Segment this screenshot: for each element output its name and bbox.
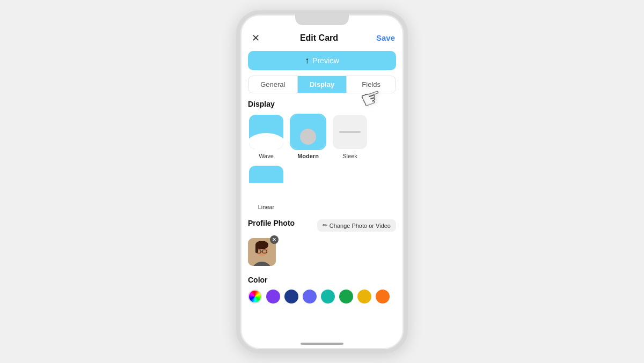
color-section-label: Color <box>248 276 396 284</box>
display-card-grid: Wave Modern Sleek <box>248 114 396 210</box>
close-button[interactable]: ✕ <box>249 32 262 45</box>
modern-label: Modern <box>297 153 319 159</box>
modern-thumb-visual <box>291 115 325 149</box>
linear-thumb-visual <box>249 166 283 200</box>
linear-thumb <box>248 165 284 201</box>
color-swatch-yellow[interactable] <box>357 290 371 303</box>
color-swatch-purple[interactable] <box>266 290 280 303</box>
color-swatch-teal[interactable] <box>321 290 335 303</box>
wave-thumb-visual <box>249 115 283 149</box>
linear-label: Linear <box>258 204 275 210</box>
header: ✕ Edit Card Save <box>240 25 404 49</box>
display-card-modern[interactable]: Modern <box>290 114 326 159</box>
color-section: Color <box>248 276 396 303</box>
pencil-icon: ✏ <box>323 222 327 229</box>
tab-bar: General Display Fields <box>248 76 396 93</box>
modern-thumb <box>290 114 326 150</box>
photo-thumbnail-wrap: ✕ <box>248 238 276 266</box>
preview-label: Preview <box>312 56 339 65</box>
home-indicator <box>301 343 343 345</box>
display-section-label: Display <box>248 100 396 108</box>
display-card-wave[interactable]: Wave <box>248 114 284 159</box>
main-content: Display Wave Modern <box>240 100 404 349</box>
color-swatch-blue-dark[interactable] <box>284 290 298 303</box>
phone-frame: ✕ Edit Card Save ↑ Preview General Displ… <box>236 10 408 353</box>
tab-general[interactable]: General <box>248 76 298 93</box>
color-swatch-list <box>248 290 396 303</box>
wave-label: Wave <box>259 153 274 159</box>
preview-icon: ↑ <box>305 56 309 65</box>
sleek-thumb-visual <box>333 115 367 149</box>
profile-header: Profile Photo ✏ Change Photo or Video <box>248 219 396 233</box>
page-title: Edit Card <box>300 33 338 43</box>
wave-thumb <box>248 114 284 150</box>
color-swatch-rainbow[interactable] <box>248 290 262 303</box>
color-swatch-green[interactable] <box>339 290 353 303</box>
profile-photo-label: Profile Photo <box>248 219 295 227</box>
color-swatch-orange[interactable] <box>376 290 390 303</box>
photo-remove-button[interactable]: ✕ <box>270 235 279 244</box>
tab-display[interactable]: Display <box>298 76 347 93</box>
display-card-sleek[interactable]: Sleek <box>332 114 368 159</box>
change-photo-label: Change Photo or Video <box>330 223 391 229</box>
sleek-label: Sleek <box>342 153 357 159</box>
preview-bar[interactable]: ↑ Preview <box>248 51 396 70</box>
screen: ✕ Edit Card Save ↑ Preview General Displ… <box>240 25 404 349</box>
display-card-linear[interactable]: Linear <box>248 165 284 210</box>
change-photo-button[interactable]: ✏ Change Photo or Video <box>317 219 396 232</box>
tab-fields[interactable]: Fields <box>347 76 396 93</box>
save-button[interactable]: Save <box>376 33 395 42</box>
phone-notch <box>295 14 349 25</box>
sleek-thumb <box>332 114 368 150</box>
color-swatch-blue-mid[interactable] <box>303 290 317 303</box>
profile-photo-section: Profile Photo ✏ Change Photo or Video <box>248 219 396 268</box>
